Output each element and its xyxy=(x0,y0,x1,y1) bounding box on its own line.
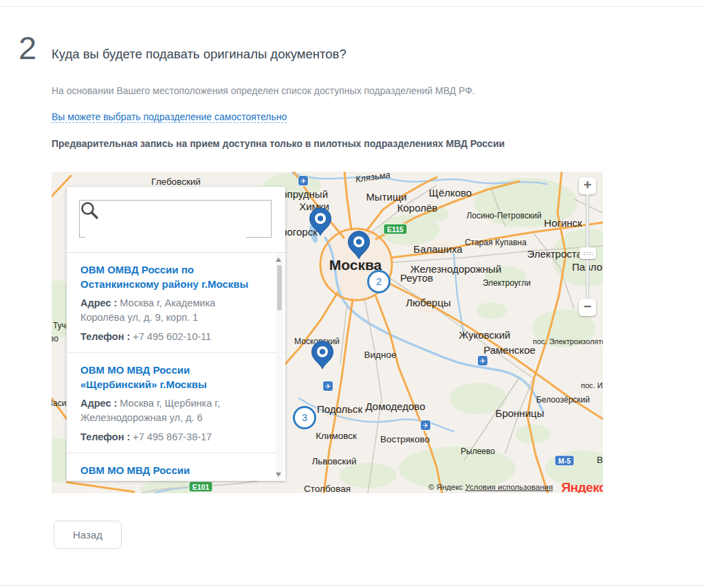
zoom-in-button[interactable]: + xyxy=(579,177,596,194)
svg-text:2: 2 xyxy=(376,276,382,287)
svg-text:✈: ✈ xyxy=(325,383,331,390)
office-item[interactable]: ОВМ МО МВД России «Красносельское» г.Мос… xyxy=(67,453,285,481)
map-label: Люберцы xyxy=(406,297,451,308)
step-number: 2 xyxy=(19,32,36,64)
road-badge: E115 xyxy=(384,224,407,234)
zoom-out-button[interactable]: − xyxy=(579,299,596,316)
svg-text:E115: E115 xyxy=(387,225,404,234)
map-label: Электроугли xyxy=(483,278,531,288)
map-label: Старая Купавна xyxy=(465,238,527,247)
map-label: Домодедово xyxy=(366,400,426,412)
road-badge: E101 xyxy=(189,482,212,492)
scrollbar-up-arrow-icon[interactable] xyxy=(276,258,281,262)
map-label: Видное xyxy=(364,350,397,360)
map-label: Востряково xyxy=(380,434,430,444)
map-label: Рылеево xyxy=(461,446,495,456)
map-label: Москва xyxy=(329,257,382,273)
map-label: Реутов xyxy=(400,272,433,284)
office-name-link[interactable]: ОВМ ОМВД России по Останкинскому району … xyxy=(80,262,261,291)
svg-text:E101: E101 xyxy=(192,483,210,491)
map-label: пос. Электроизолятор xyxy=(533,337,603,346)
airport-icon: ✈ xyxy=(323,381,333,392)
pilot-note: Предварительная запись на прием доступна… xyxy=(52,138,505,149)
airport-icon: ✈ xyxy=(421,420,431,431)
yandex-logo[interactable]: Яндекс xyxy=(561,480,603,493)
map-label: Лосино-Петровский xyxy=(466,211,541,220)
office-address: Адрес : Москва г, Академика Королёва ул,… xyxy=(80,296,261,325)
search-box[interactable] xyxy=(79,200,272,238)
offices-panel: ОВМ ОМВД России по Останкинскому району … xyxy=(67,187,285,481)
map-label: Мытищи xyxy=(366,191,406,203)
office-name-link[interactable]: ОВМ МО МВД России «Щербинский» г.Москвы xyxy=(80,363,261,392)
page: 2 Куда вы будете подавать оригиналы доку… xyxy=(0,0,704,588)
office-phone: Телефон : +7 495 867-38-17 xyxy=(80,430,261,444)
svg-text:✈: ✈ xyxy=(300,177,306,185)
map-label: Глебовский xyxy=(151,177,201,187)
svg-text:✈: ✈ xyxy=(480,357,485,365)
slider-grip-icon xyxy=(583,251,593,256)
zoom-slider-handle[interactable] xyxy=(580,247,596,259)
description-text: На основании Вашего местоположения опред… xyxy=(52,85,475,96)
svg-text:М-5: М-5 xyxy=(558,457,571,465)
scrollbar-down-arrow-icon[interactable] xyxy=(276,473,281,477)
map-label: Климовск xyxy=(316,431,357,441)
airport-icon: ✈ xyxy=(478,356,488,366)
page-title: Куда вы будете подавать оригиналы докуме… xyxy=(52,47,346,62)
map-label: Белоозёрский xyxy=(536,395,590,405)
map-cluster[interactable]: 2 xyxy=(368,271,390,293)
yandex-copyright: © Яндекс xyxy=(428,483,463,491)
map-label: Раменское xyxy=(483,344,536,356)
back-button[interactable]: Назад xyxy=(54,521,122,549)
map-label: Жуковский xyxy=(459,329,511,341)
airport-icon: ✈ xyxy=(298,176,309,186)
scrollbar-thumb[interactable] xyxy=(277,265,282,310)
terms-of-use-link[interactable]: Условия использования xyxy=(465,483,553,491)
office-phone: Телефон : +7 495 602-10-11 xyxy=(80,330,261,344)
choose-department-link[interactable]: Вы можете выбрать подразделение самостоя… xyxy=(52,111,287,123)
map-label: Королёв xyxy=(397,202,438,214)
search-input[interactable] xyxy=(85,201,246,238)
search-area xyxy=(67,187,285,252)
map-label: Щёлково xyxy=(429,187,472,199)
map-label: Подольск xyxy=(317,403,363,415)
office-address: Адрес : Москва г, Щербинка г, Железнодор… xyxy=(80,396,261,425)
office-name-link[interactable]: ОВМ МО МВД России «Красносельское» г.Мос… xyxy=(80,463,261,481)
map-attribution: © Яндекс Условия использования Яндекс xyxy=(428,478,603,493)
map-label: Воскресенск xyxy=(597,455,603,465)
map-label: Одинцово xyxy=(52,334,58,343)
search-icon[interactable] xyxy=(80,201,99,220)
map-label: Столбовая xyxy=(304,484,351,493)
bottom-divider xyxy=(0,585,704,586)
map[interactable]: МоскваХимкиДолгопрудныйКрасногорскМытищи… xyxy=(52,172,603,493)
svg-text:✈: ✈ xyxy=(423,422,428,429)
map-label: Ногинск xyxy=(544,217,582,229)
map-label: Львовский xyxy=(311,456,356,466)
top-divider xyxy=(0,6,704,7)
office-item[interactable]: ОВМ ОМВД России по Останкинскому району … xyxy=(67,253,285,352)
map-label: Балашиха xyxy=(413,243,463,255)
office-list: ОВМ ОМВД России по Останкинскому району … xyxy=(67,253,285,481)
zoom-slider-track[interactable] xyxy=(586,194,589,299)
svg-text:3: 3 xyxy=(302,412,307,423)
office-item[interactable]: ОВМ МО МВД России «Щербинский» г.МосквыА… xyxy=(67,352,285,453)
map-cluster[interactable]: 3 xyxy=(294,407,316,429)
road-badge: М-5 xyxy=(555,455,574,466)
map-label: Бронницы xyxy=(496,407,544,419)
map-label: пос. Ильинский xyxy=(581,381,603,389)
